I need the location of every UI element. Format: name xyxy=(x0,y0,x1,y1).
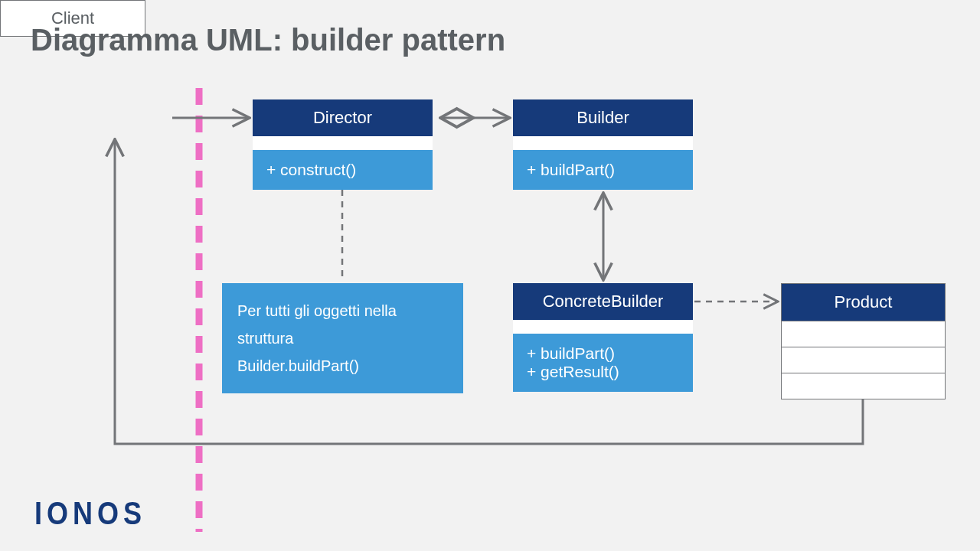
concrete-methods: + buildPart() + getResult() xyxy=(513,334,693,392)
note-box: Per tutti gli oggetti nella struttura Bu… xyxy=(222,283,463,393)
product-row xyxy=(782,321,945,347)
concrete-method2: + getResult() xyxy=(527,363,679,381)
builder-method: + buildPart() xyxy=(513,150,693,190)
concrete-builder-box: ConcreteBuilder + buildPart() + getResul… xyxy=(513,283,693,392)
director-box: Director + construct() xyxy=(253,99,433,190)
product-row xyxy=(782,347,945,373)
uml-gap xyxy=(253,136,433,150)
uml-gap xyxy=(513,136,693,150)
note-line2: struttura xyxy=(237,324,448,352)
product-box: Product xyxy=(781,283,946,399)
note-line1: Per tutti gli oggetti nella xyxy=(237,297,448,324)
page-title: Diagramma UML: builder pattern xyxy=(31,23,505,57)
note-line3: Builder.buildPart() xyxy=(237,352,448,380)
builder-head: Builder xyxy=(513,99,693,136)
director-method: + construct() xyxy=(253,150,433,190)
ionos-logo: IONOS xyxy=(34,494,146,533)
concrete-method1: + buildPart() xyxy=(527,344,679,363)
concrete-head: ConcreteBuilder xyxy=(513,283,693,320)
uml-gap xyxy=(513,320,693,334)
connectors-layer xyxy=(0,0,980,551)
director-head: Director xyxy=(253,99,433,136)
builder-box: Builder + buildPart() xyxy=(513,99,693,190)
product-head: Product xyxy=(782,284,945,321)
product-row xyxy=(782,373,945,399)
